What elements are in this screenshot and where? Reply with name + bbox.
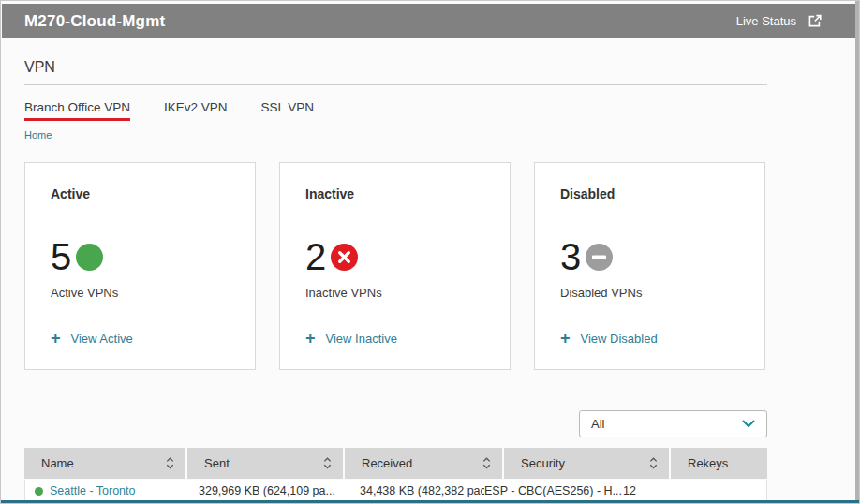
column-header-sent[interactable]: Sent — [185, 448, 343, 479]
view-disabled-label: View Disabled — [581, 332, 658, 346]
plus-icon: + — [51, 330, 61, 347]
card-count-row: 2 — [305, 238, 484, 275]
vpn-tabs: Branch Office VPN IKEv2 VPN SSL VPN — [24, 100, 767, 121]
card-label: Disabled VPNs — [560, 286, 739, 300]
card-disabled-vpns: Disabled 3 Disabled VPNs + View Disabled — [534, 162, 765, 370]
top-bar: M270-Cloud-Mgmt Live Status — [2, 4, 858, 38]
active-status-icon — [76, 244, 103, 271]
table-row: Seattle - Toronto 329,969 KB (624,109 pa… — [24, 480, 767, 502]
column-label: Received — [362, 456, 412, 470]
chevron-down-icon — [742, 420, 755, 428]
bottom-edge-bar — [1, 500, 859, 503]
received-cell: 34,438 KB (482,382 pac... — [344, 484, 484, 497]
section-divider — [24, 84, 767, 85]
external-link-icon — [807, 13, 823, 29]
vpn-filter-dropdown[interactable]: All — [579, 410, 767, 437]
view-active-link[interactable]: + View Active — [51, 330, 133, 347]
breadcrumb-home[interactable]: Home — [24, 129, 52, 141]
page-title: VPN — [24, 59, 767, 76]
vpn-active-dot-icon — [35, 487, 43, 496]
rekeys-cell: 12 — [623, 484, 766, 497]
filter-row: All — [24, 410, 767, 437]
view-inactive-link[interactable]: + View Inactive — [305, 330, 397, 347]
card-title: Active — [51, 186, 230, 201]
security-cell: ESP - CBC(AES256) - H... — [484, 484, 623, 497]
card-count-row: 5 — [51, 238, 230, 275]
column-header-rekeys: Rekeys — [669, 448, 767, 479]
view-disabled-link[interactable]: + View Disabled — [560, 330, 658, 347]
column-label: Sent — [204, 456, 230, 470]
inactive-count: 2 — [305, 238, 326, 275]
column-label: Rekeys — [688, 456, 728, 470]
table-header: Name Sent Received — [24, 448, 767, 479]
vpn-name-link[interactable]: Seattle - Toronto — [50, 484, 136, 497]
live-status-label: Live Status — [736, 14, 796, 28]
live-status-link[interactable]: Live Status — [736, 13, 823, 29]
column-header-name[interactable]: Name — [24, 448, 185, 479]
vpn-name-cell: Seattle - Toronto — [25, 484, 186, 497]
plus-icon: + — [560, 330, 571, 347]
card-inactive-vpns: Inactive 2 Inactive VPNs + View Inactive — [279, 162, 511, 370]
card-active-vpns: Active 5 Active VPNs + View Active — [24, 162, 256, 370]
sent-cell: 329,969 KB (624,109 pa... — [186, 484, 344, 497]
view-inactive-label: View Inactive — [326, 332, 397, 346]
plus-icon: + — [305, 330, 316, 347]
dropdown-selected-value: All — [591, 417, 604, 431]
tab-ssl-vpn[interactable]: SSL VPN — [261, 100, 315, 121]
column-label: Name — [41, 456, 74, 470]
sort-icon — [166, 457, 174, 469]
sort-icon — [323, 457, 332, 469]
card-title: Disabled — [560, 186, 739, 201]
tab-branch-office-vpn[interactable]: Branch Office VPN — [24, 100, 130, 121]
column-label: Security — [521, 456, 565, 470]
status-cards: Active 5 Active VPNs + View Active Inact… — [24, 162, 767, 370]
disabled-status-icon — [586, 244, 613, 271]
card-count-row: 3 — [560, 238, 739, 275]
vertical-scrollbar[interactable] — [855, 1, 859, 503]
view-active-label: View Active — [71, 332, 133, 346]
device-title: M270-Cloud-Mgmt — [24, 12, 165, 31]
sort-icon — [649, 457, 658, 469]
tab-ikev2-vpn[interactable]: IKEv2 VPN — [164, 100, 228, 121]
main-content: VPN Branch Office VPN IKEv2 VPN SSL VPN … — [24, 38, 767, 502]
card-title: Inactive — [305, 186, 484, 201]
active-count: 5 — [51, 238, 71, 275]
app-window: M270-Cloud-Mgmt Live Status VPN Branch O… — [0, 0, 860, 504]
card-label: Inactive VPNs — [305, 286, 484, 300]
column-header-security[interactable]: Security — [502, 448, 669, 479]
disabled-count: 3 — [560, 238, 581, 275]
column-header-received[interactable]: Received — [343, 448, 502, 479]
inactive-status-icon — [331, 244, 358, 271]
card-label: Active VPNs — [51, 286, 230, 300]
vpn-table: Name Sent Received — [24, 448, 767, 502]
sort-icon — [482, 457, 491, 469]
